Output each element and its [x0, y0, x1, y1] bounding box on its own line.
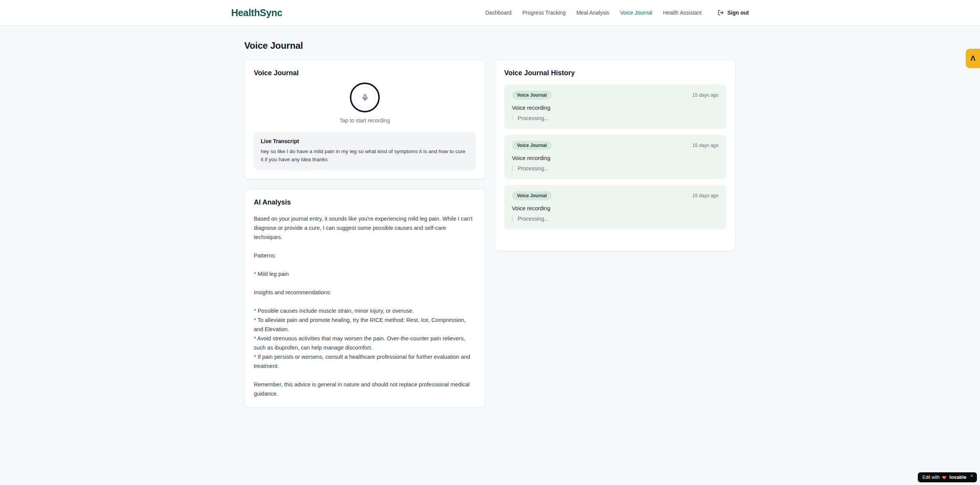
entry-type-badge: Voice Journal	[512, 141, 552, 150]
entry-title: Voice recording	[512, 105, 718, 111]
edit-with-label: Edit with	[922, 475, 940, 480]
ai-analysis-body: Based on your journal entry, it sounds l…	[254, 214, 476, 398]
history-entry[interactable]: Voice Journal 15 days ago Voice recordin…	[504, 185, 726, 229]
app-logo[interactable]: HealthSync	[231, 7, 282, 18]
gradient-heart-icon	[942, 475, 947, 480]
close-icon[interactable]: ✕	[970, 473, 973, 478]
entry-timestamp: 15 days ago	[692, 193, 718, 198]
voice-recorder-card: Voice Journal	[244, 59, 485, 180]
edit-with-lovable-badge[interactable]: Edit with lovable ✕	[918, 472, 977, 482]
history-list: Voice Journal 15 days ago Voice recordin…	[504, 84, 726, 229]
entry-status: Processing...	[512, 165, 718, 172]
ai-analysis-title: AI Analysis	[254, 198, 476, 206]
entry-title: Voice recording	[512, 155, 718, 161]
lambda-icon: Λ	[970, 54, 975, 63]
recorder-card-title: Voice Journal	[254, 69, 476, 77]
tap-to-record-hint: Tap to start recording	[339, 117, 390, 124]
live-transcript-label: Live Transcript	[261, 138, 469, 144]
live-transcript-text: hey so like I do have a mild pain in my …	[261, 148, 469, 164]
record-button-inner-ring	[354, 87, 376, 108]
nav-dashboard[interactable]: Dashboard	[485, 10, 512, 16]
lovable-side-handle[interactable]: Λ	[966, 49, 980, 68]
nav-meal-analysis[interactable]: Meal Analysis	[576, 10, 609, 16]
history-entry[interactable]: Voice Journal 15 days ago Voice recordin…	[504, 84, 726, 129]
entry-status: Processing...	[512, 115, 718, 121]
entry-timestamp: 15 days ago	[692, 143, 718, 148]
main-nav: Dashboard Progress Tracking Meal Analysi…	[485, 10, 749, 16]
entry-timestamp: 15 days ago	[692, 92, 718, 98]
top-navbar: HealthSync Dashboard Progress Tracking M…	[0, 0, 980, 26]
entry-type-badge: Voice Journal	[512, 91, 552, 100]
history-card-title: Voice Journal History	[504, 69, 726, 77]
nav-health-assistant[interactable]: Health Assistant	[663, 10, 702, 16]
live-transcript-box: Live Transcript hey so like I do have a …	[254, 132, 476, 170]
record-button[interactable]	[350, 82, 380, 112]
microphone-icon	[361, 94, 369, 101]
log-out-icon	[718, 10, 724, 16]
entry-title: Voice recording	[512, 205, 718, 211]
sign-out-button[interactable]: Sign out	[718, 10, 749, 16]
history-entry[interactable]: Voice Journal 15 days ago Voice recordin…	[504, 135, 726, 179]
sign-out-label: Sign out	[727, 10, 749, 16]
entry-status: Processing...	[512, 216, 718, 222]
lovable-wordmark: lovable	[949, 475, 966, 480]
nav-progress-tracking[interactable]: Progress Tracking	[522, 10, 566, 16]
page-title: Voice Journal	[244, 40, 736, 51]
nav-voice-journal[interactable]: Voice Journal	[620, 10, 652, 16]
voice-journal-history-card: Voice Journal History Voice Journal 15 d…	[495, 59, 736, 251]
ai-analysis-card: AI Analysis Based on your journal entry,…	[244, 189, 485, 408]
entry-type-badge: Voice Journal	[512, 191, 552, 200]
